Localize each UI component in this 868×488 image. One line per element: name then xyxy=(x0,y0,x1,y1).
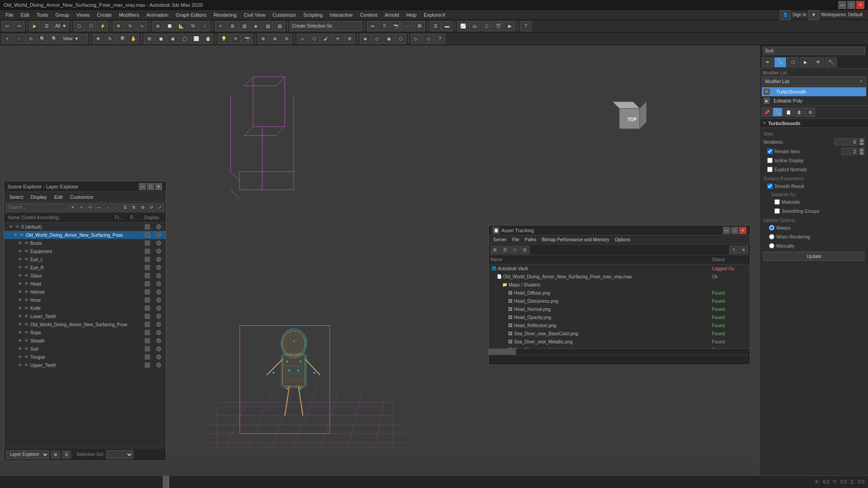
modifier-editable-poly[interactable]: ▶ Editable Poly xyxy=(762,96,866,105)
rp-tab-hierarchy[interactable]: ⬡ xyxy=(787,57,799,67)
place-highlight-button[interactable]: ◈ xyxy=(250,21,261,31)
at-menu-server[interactable]: Server xyxy=(491,236,509,243)
mod-tb-copy[interactable]: 📋 xyxy=(783,108,793,117)
modifier-list[interactable]: 👁 ▶ TurboSmooth ▶ Editable Poly xyxy=(760,87,868,105)
mod-tb-delete[interactable]: 🗑 xyxy=(794,108,804,117)
at-scrollbar-horizontal[interactable] xyxy=(489,348,750,355)
tb2-toggle2[interactable]: ◁ xyxy=(423,34,434,44)
filter-dropdown[interactable]: All▼ xyxy=(53,21,69,31)
iterations-down[interactable]: ▼ xyxy=(859,142,864,145)
quick-align-button[interactable]: ⊞ xyxy=(227,21,238,31)
se-eye-icon[interactable]: 👁 xyxy=(17,354,23,360)
at-item-vault[interactable]: 🌐 Autodesk Vault Logged Ou xyxy=(489,264,750,272)
menu-graph-editors[interactable]: Graph Editors xyxy=(172,11,210,19)
se-menu-edit[interactable]: Edit xyxy=(51,193,66,201)
smooth-result-checkbox[interactable] xyxy=(767,183,773,189)
modifier-turbosmooth[interactable]: 👁 ▶ TurboSmooth xyxy=(762,87,866,96)
se-eye-icon2[interactable]: 👁 xyxy=(23,248,29,254)
menu-civil-view[interactable]: Civil View xyxy=(240,11,269,19)
tb2-extra1[interactable]: ◈ xyxy=(360,34,371,44)
se-list-item[interactable]: 👁 👁 Upper_Teeth xyxy=(4,361,166,369)
mirror-button[interactable]: ⇔ xyxy=(367,21,378,31)
se-search-input[interactable] xyxy=(6,203,68,211)
se-list-item[interactable]: 👁 👁 Equipment xyxy=(4,247,166,255)
se-close[interactable]: ✕ xyxy=(155,183,162,190)
tb2-plane[interactable]: ⬜ xyxy=(191,34,202,44)
at-tb-btn4[interactable]: ⊟ xyxy=(520,246,529,254)
se-eye-icon2[interactable]: 👁 xyxy=(23,338,29,344)
se-list-item[interactable]: 👁 👁 Hose xyxy=(4,296,166,304)
se-maximize[interactable]: □ xyxy=(147,183,154,190)
se-eye-icon[interactable]: 👁 xyxy=(17,264,23,271)
se-eye-icon[interactable]: 👁 xyxy=(17,321,23,328)
schematic-view-button[interactable]: 🗂 xyxy=(469,21,480,31)
se-tb-refresh[interactable]: ↺ xyxy=(147,203,155,211)
reference-cs-button[interactable]: ⊕ xyxy=(152,21,163,31)
se-list-item[interactable]: 👁 👁 Old_World_Diving_Armor_New_Surfacing… xyxy=(4,320,166,328)
tb2-btn2[interactable]: − xyxy=(14,34,24,44)
menu-views[interactable]: Views xyxy=(73,11,93,19)
tb2-rotate[interactable]: ↻ xyxy=(104,34,115,44)
explicit-normals-checkbox[interactable] xyxy=(767,167,773,172)
render-iters-down[interactable]: ▼ xyxy=(859,151,864,155)
at-menu-options[interactable]: Options xyxy=(612,236,633,243)
se-eye-icon2[interactable]: 👁 xyxy=(23,329,29,336)
se-selection-set[interactable] xyxy=(106,450,133,459)
tb2-zoom[interactable]: 🔎 xyxy=(116,34,127,44)
se-eye-icon2[interactable]: 👁 xyxy=(23,362,29,368)
tb2-light1[interactable]: 💡 xyxy=(218,34,229,44)
at-item-head-glossiness[interactable]: 🖼 Head_Glossiness.png Found xyxy=(489,297,750,305)
tb2-camera[interactable]: 📷 xyxy=(242,34,253,44)
always-radio[interactable] xyxy=(769,225,774,230)
at-tb-help[interactable]: ? xyxy=(729,246,738,254)
track-view-button[interactable]: 📈 xyxy=(458,21,468,31)
tb2-snap2[interactable]: ⊗ xyxy=(269,34,280,44)
se-eye-icon[interactable]: 👁 xyxy=(8,224,14,230)
time-slider[interactable] xyxy=(163,475,760,488)
se-list-item[interactable]: 👁 👁 Boots xyxy=(4,239,166,247)
tb2-snap3[interactable]: ⊖ xyxy=(281,34,292,44)
render-iters-input[interactable] xyxy=(841,148,857,155)
materials-checkbox[interactable] xyxy=(774,199,780,205)
se-eye-icon[interactable]: 👁 xyxy=(17,346,23,352)
at-tb-btn3[interactable]: ⬡ xyxy=(510,246,519,254)
tb2-helper[interactable]: ✛ xyxy=(332,34,343,44)
se-eye-icon2[interactable]: 👁 xyxy=(23,240,29,246)
se-eye-icon[interactable]: 👁 xyxy=(17,240,23,246)
at-item-head-reflection[interactable]: 🖼 Head_Reflection.png Found xyxy=(489,321,750,329)
se-menu-display[interactable]: Display xyxy=(27,193,51,201)
tb2-btn4[interactable]: 🔍 xyxy=(37,34,48,44)
tb2-grid[interactable]: ⊞ xyxy=(144,34,155,44)
se-tb-delete[interactable]: — xyxy=(95,203,103,211)
se-eye-icon2[interactable]: 👁 xyxy=(23,272,29,279)
at-item-sea-basecolor[interactable]: 🖼 Sea_Diver_new_BaseColor.png Found xyxy=(489,329,750,338)
modifier-list-dropdown[interactable]: Modifier List ▼ xyxy=(762,76,866,86)
close-button[interactable]: ✕ xyxy=(856,1,864,9)
select-rotate-button[interactable]: ↻ xyxy=(125,21,136,31)
se-eye-icon[interactable]: 👁 xyxy=(12,232,19,238)
iterations-up[interactable]: ▲ xyxy=(859,138,864,142)
tb2-move[interactable]: ✥ xyxy=(93,34,104,44)
se-list[interactable]: 👁 👁 0 (default) 👁 👁 Old_World_Diving_Arm… xyxy=(4,223,166,439)
tb2-paint[interactable]: 🖌 xyxy=(321,34,331,44)
time-slider-thumb[interactable] xyxy=(163,476,169,488)
se-footer-btn2[interactable]: ☰ xyxy=(62,450,71,459)
mod-eye-icon2[interactable]: ▶ xyxy=(764,98,770,104)
se-list-item[interactable]: 👁 👁 Sheath xyxy=(4,337,166,345)
at-menu-paths[interactable]: Paths xyxy=(522,236,539,243)
select-scale-button[interactable]: ⤡ xyxy=(137,21,147,31)
tb2-toggle1[interactable]: ▷ xyxy=(411,34,422,44)
se-eye-icon2[interactable]: 👁 xyxy=(23,281,29,287)
menu-animation[interactable]: Animation xyxy=(143,11,172,19)
se-list-item[interactable]: 👁 👁 Glass xyxy=(4,272,166,280)
select-move-button[interactable]: ✥ xyxy=(113,21,124,31)
menu-tools[interactable]: Tools xyxy=(33,11,52,19)
layer-manager-button[interactable]: ☰ xyxy=(430,21,441,31)
menu-interactive[interactable]: Interactive xyxy=(326,11,357,19)
se-list-item[interactable]: 👁 👁 Suit xyxy=(4,345,166,353)
mod-tb-wrench[interactable]: 🔧 xyxy=(773,108,783,117)
at-tb-btn2[interactable]: ☰ xyxy=(500,246,509,254)
quick-render-button[interactable]: ▶ xyxy=(505,21,515,31)
tb2-btn1[interactable]: + xyxy=(2,34,13,44)
tb2-btn3[interactable]: ⊙ xyxy=(25,34,36,44)
